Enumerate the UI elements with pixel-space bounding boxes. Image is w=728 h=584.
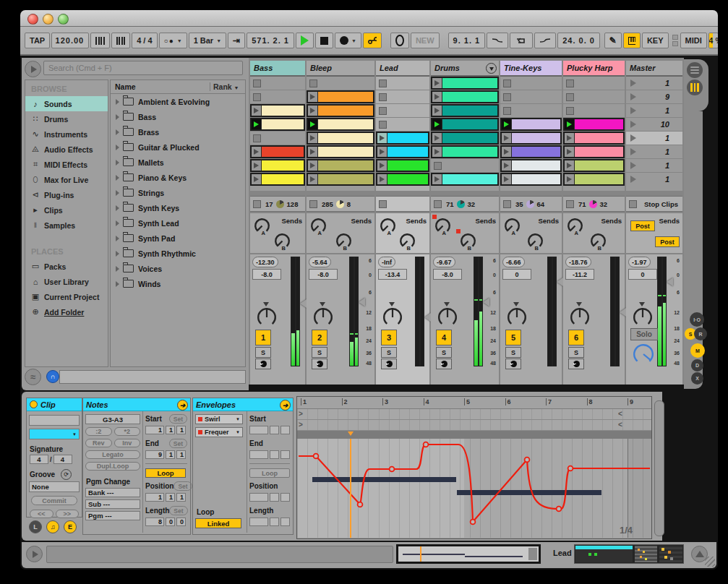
clip-launch-button[interactable] (252, 106, 262, 116)
volume-fader-handle[interactable] (557, 278, 563, 286)
send-b-knob[interactable]: B (273, 232, 291, 253)
clip-slot[interactable] (431, 145, 499, 158)
session-record-button[interactable] (390, 33, 409, 48)
clip-slot[interactable] (250, 104, 305, 117)
clip-launch-button[interactable] (432, 106, 442, 116)
clip-launch-button[interactable] (502, 160, 512, 171)
clip-slot[interactable] (431, 173, 499, 186)
env-length-value[interactable] (249, 518, 268, 526)
track-header[interactable]: Master (626, 61, 682, 77)
send-b-knob[interactable]: B (335, 232, 353, 253)
send-b-knob[interactable]: B (398, 232, 416, 253)
clip-slot-empty[interactable] (376, 118, 429, 131)
arm-button[interactable] (568, 358, 584, 369)
clip-slot[interactable] (500, 145, 562, 158)
clip-launch-button[interactable] (565, 147, 575, 157)
toggle-io-section[interactable]: I·O (690, 312, 704, 327)
sidebar-item-drums[interactable]: ∷Drums (25, 111, 108, 126)
sidebar-item-packs[interactable]: ▭Packs (25, 259, 108, 274)
breakpoint[interactable] (557, 507, 562, 512)
disclosure-triangle-icon[interactable] (116, 145, 119, 150)
cpu-meter[interactable]: 24 % (708, 33, 718, 48)
volume-field[interactable]: -8.0 (433, 269, 462, 280)
arrangement-view-button[interactable] (687, 62, 703, 78)
invert-button[interactable]: Inv (114, 439, 141, 447)
sidebar-item-midi-effects[interactable]: ⌗MIDI Effects (25, 157, 108, 172)
clip-slot[interactable] (431, 90, 499, 103)
beat-time-ruler[interactable]: 123456789 (297, 397, 651, 409)
track-header[interactable]: Bass (250, 61, 305, 77)
arm-button[interactable] (381, 358, 397, 369)
env-end-value[interactable] (249, 450, 268, 459)
post-button[interactable]: Post (655, 236, 680, 247)
send-b-knob[interactable]: B (459, 232, 477, 253)
scene-slot[interactable]: 1 (626, 104, 682, 117)
folder-row[interactable]: Synth Keys (111, 200, 245, 215)
clip-launch-button[interactable] (308, 174, 318, 184)
volume-fader-handle[interactable] (424, 313, 431, 322)
midi-map-button[interactable]: MIDI (680, 33, 707, 48)
volume-field[interactable]: -8.0 (252, 269, 281, 280)
next-clip-button[interactable]: >> (56, 510, 80, 518)
scene-slot[interactable]: 1 (626, 132, 682, 145)
clip[interactable] (512, 119, 560, 129)
breakpoint[interactable] (424, 442, 429, 447)
pan-knob[interactable] (569, 306, 591, 331)
clip-slot[interactable] (376, 159, 429, 172)
clip-slot-empty[interactable] (500, 77, 562, 90)
post-button[interactable]: Post (630, 220, 655, 231)
clip-slot[interactable] (307, 173, 374, 186)
cue-volume-knob[interactable] (632, 343, 655, 369)
peak-level-field[interactable]: -6.66 (502, 257, 525, 267)
signature-numerator[interactable]: 4 (30, 455, 48, 464)
clip-launch-button[interactable] (252, 160, 262, 171)
signature-denominator[interactable]: 4 (53, 455, 72, 464)
clip-launch-button[interactable] (377, 160, 387, 171)
clip[interactable] (318, 119, 373, 129)
punch-in-button[interactable] (487, 33, 508, 48)
volume-field[interactable]: -8.0 (309, 269, 338, 280)
volume-fader-handle[interactable] (620, 308, 626, 317)
commit-button[interactable]: Commit (31, 496, 77, 505)
folder-row[interactable]: Synth Pad (111, 231, 245, 246)
env-start-value[interactable] (249, 426, 268, 434)
clip-slot-empty[interactable] (250, 132, 305, 145)
clip-launch-button[interactable] (565, 160, 575, 171)
loop-end-marker[interactable]: ˂ (618, 410, 622, 418)
sidebar-item-add-folder[interactable]: ⊕Add Folder (25, 304, 108, 319)
solo-button[interactable]: S (381, 347, 397, 358)
transpose-range-field[interactable]: G3-A3 (85, 414, 140, 424)
disclosure-triangle-icon[interactable] (116, 281, 119, 287)
breakpoint[interactable] (471, 520, 476, 525)
disclosure-triangle-icon[interactable] (116, 220, 119, 226)
clip-slot[interactable] (307, 90, 374, 103)
send-a-knob[interactable]: A (309, 217, 327, 238)
clip[interactable] (442, 119, 497, 129)
clip-color-chooser[interactable]: ▼ (29, 429, 80, 439)
stop-all-icon[interactable] (566, 200, 574, 208)
folder-row[interactable]: Ambient & Evolving (111, 94, 245, 109)
track-header[interactable]: Lead (376, 61, 429, 77)
session-view-button[interactable] (687, 80, 703, 95)
clip-slot-empty[interactable] (563, 90, 625, 103)
scene-launch-icon[interactable] (630, 134, 636, 142)
clip-slot[interactable] (250, 145, 305, 158)
clip-slot[interactable] (563, 132, 625, 145)
clip[interactable] (575, 174, 623, 184)
clip-launch-button[interactable] (502, 147, 512, 157)
clip[interactable] (442, 133, 497, 143)
scene-launch-icon[interactable] (630, 93, 636, 100)
sidebar-item-plug-ins[interactable]: ⊲Plug-ins (25, 187, 108, 202)
clip[interactable] (442, 174, 497, 184)
pgm-field[interactable]: Pgm --- (85, 511, 140, 520)
draw-mode-button[interactable]: ✎ (604, 33, 622, 48)
clip[interactable] (318, 106, 373, 116)
start-value[interactable]: 1 (145, 426, 164, 434)
envelope-control-chooser[interactable]: Frequer▼ (195, 427, 243, 437)
length-set-button[interactable]: Set (169, 506, 187, 515)
folder-row[interactable]: Synth Rhythmic (111, 246, 245, 261)
clip-slot-empty[interactable] (500, 90, 562, 103)
scene-launch-icon[interactable] (630, 162, 636, 169)
scene-slot[interactable]: 1 (626, 173, 682, 186)
scene-launch-icon[interactable] (630, 148, 636, 155)
